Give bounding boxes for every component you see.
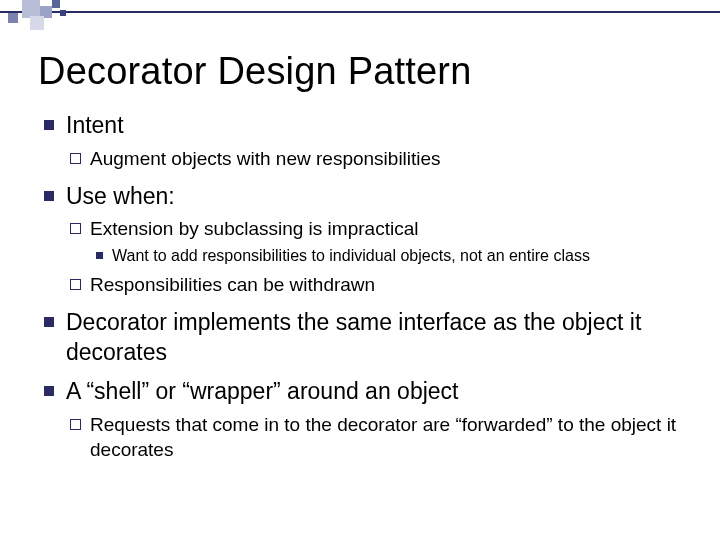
- list-item: Decorator implements the same interface …: [38, 308, 682, 368]
- bullet-text: Extension by subclassing is impractical: [90, 218, 418, 239]
- deco-square: [60, 10, 66, 16]
- list-item: Augment objects with new responsibilitie…: [66, 147, 682, 172]
- list-item: Use when: Extension by subclassing is im…: [38, 182, 682, 298]
- bullet-text: Intent: [66, 112, 124, 138]
- header-rule: [0, 11, 720, 13]
- list-item: Requests that come in to the decorator a…: [66, 413, 682, 462]
- list-item: Want to add responsibilities to individu…: [90, 246, 682, 267]
- bullet-text: A “shell” or “wrapper” around an object: [66, 378, 458, 404]
- list-item: Extension by subclassing is impractical …: [66, 217, 682, 266]
- deco-square: [30, 16, 44, 30]
- bullet-text: Augment objects with new responsibilitie…: [90, 148, 441, 169]
- list-item: Intent Augment objects with new responsi…: [38, 111, 682, 172]
- list-item: A “shell” or “wrapper” around an object …: [38, 377, 682, 462]
- bullet-text: Responsibilities can be withdrawn: [90, 274, 375, 295]
- slide-title: Decorator Design Pattern: [38, 50, 682, 93]
- bullet-list: Intent Augment objects with new responsi…: [38, 111, 682, 463]
- bullet-text: Want to add responsibilities to individu…: [112, 247, 590, 264]
- list-item: Responsibilities can be withdrawn: [66, 273, 682, 298]
- bullet-text: Decorator implements the same interface …: [66, 309, 641, 365]
- slide-body: Decorator Design Pattern Intent Augment …: [0, 0, 720, 493]
- header-decoration: [0, 0, 720, 36]
- bullet-text: Use when:: [66, 183, 175, 209]
- deco-square: [8, 13, 18, 23]
- bullet-text: Requests that come in to the decorator a…: [90, 414, 676, 460]
- deco-square: [52, 0, 60, 8]
